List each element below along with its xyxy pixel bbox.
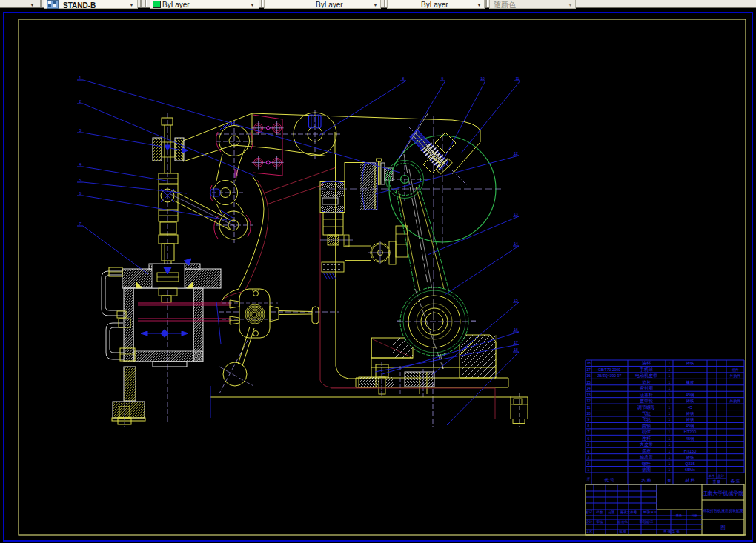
svg-text:1: 1 [669, 399, 671, 403]
svg-text:垫片: 垫片 [642, 380, 651, 385]
svg-text:5: 5 [588, 442, 590, 447]
svg-text:1: 1 [669, 462, 671, 466]
svg-text:65Mn: 65Mn [685, 467, 695, 472]
svg-text:1: 1 [669, 393, 671, 397]
svg-text:1: 1 [669, 424, 671, 428]
svg-text:活塞杆: 活塞杆 [640, 392, 653, 398]
svg-text:1: 1 [669, 405, 671, 410]
svg-text:序: 序 [587, 477, 591, 481]
svg-text:底座: 底座 [642, 448, 651, 453]
svg-text:标记: 标记 [586, 510, 594, 515]
svg-text:13: 13 [586, 393, 591, 397]
svg-text:标准化: 标准化 [617, 519, 628, 524]
svg-text:垫圈: 垫圈 [642, 467, 651, 473]
svg-text:皮带轮: 皮带轮 [640, 399, 653, 404]
svg-text:年月日: 年月日 [648, 510, 657, 514]
svg-text:45钢: 45钢 [686, 424, 694, 428]
svg-text:棉花打包机液压机装配图: 棉花打包机液压机装配图 [703, 508, 743, 513]
svg-text:飞轮: 飞轮 [642, 417, 651, 422]
svg-text:名 称: 名 称 [641, 478, 651, 483]
svg-text:数: 数 [668, 479, 672, 482]
svg-text:代 号: 代 号 [603, 478, 614, 482]
svg-text:共 张 第 张: 共 张 第 张 [663, 530, 680, 533]
svg-text:18: 18 [586, 361, 591, 365]
svg-text:手柄球: 手柄球 [639, 367, 653, 373]
svg-text:9: 9 [588, 417, 590, 422]
svg-text:45钢: 45钢 [686, 393, 694, 397]
svg-text:气缸: 气缸 [641, 410, 651, 416]
svg-text:1: 1 [669, 436, 671, 441]
svg-text:1: 1 [669, 442, 671, 447]
svg-text:1: 1 [669, 449, 671, 453]
svg-text:分区: 分区 [609, 510, 616, 514]
svg-text:铸铁: 铸铁 [686, 361, 695, 365]
svg-text:18: 18 [514, 347, 518, 352]
svg-text:Q235: Q235 [685, 462, 694, 466]
svg-text:铸铁: 铸铁 [686, 399, 695, 403]
svg-text:1: 1 [588, 467, 590, 472]
svg-text:批准: 批准 [619, 530, 627, 533]
svg-text:1: 1 [669, 361, 671, 365]
svg-text:图: 图 [721, 525, 726, 530]
svg-text:HT200: HT200 [684, 430, 697, 434]
svg-text:45: 45 [688, 405, 692, 410]
svg-text:1: 1 [669, 386, 671, 390]
svg-text:1: 1 [669, 455, 671, 459]
svg-text:11: 11 [586, 405, 590, 410]
svg-text:1: 1 [669, 467, 671, 472]
svg-text:大皮带: 大皮带 [640, 442, 653, 447]
svg-text:8: 8 [402, 76, 405, 81]
svg-text:油杯: 油杯 [642, 361, 651, 366]
svg-text:机体: 机体 [642, 430, 651, 434]
svg-text:1: 1 [669, 373, 671, 378]
svg-text:铸铁: 铸铁 [686, 411, 695, 416]
svg-text:曲轴: 曲轴 [642, 424, 651, 429]
svg-text:16: 16 [586, 373, 591, 378]
svg-text:审核: 审核 [597, 520, 604, 524]
svg-text:7: 7 [588, 430, 590, 434]
svg-text:9: 9 [442, 76, 444, 81]
svg-text:设计: 设计 [586, 519, 594, 524]
svg-text:6: 6 [588, 436, 590, 441]
svg-text:12: 12 [514, 151, 518, 156]
svg-text:7: 7 [79, 221, 82, 226]
svg-text:10: 10 [586, 411, 591, 416]
svg-text:橡胶: 橡胶 [686, 380, 695, 384]
svg-text:1: 1 [669, 411, 671, 416]
svg-text:密封圈: 密封圈 [640, 385, 653, 391]
svg-text:JB/ZQ4390-97: JB/ZQ4390-97 [597, 373, 622, 378]
svg-text:3: 3 [588, 455, 590, 459]
svg-text:电动机皮带: 电动机皮带 [635, 373, 657, 379]
svg-text:1: 1 [669, 430, 671, 434]
svg-text:单件: 单件 [709, 474, 716, 478]
svg-text:更改文件号: 更改文件号 [620, 510, 637, 514]
svg-text:处数: 处数 [597, 510, 604, 514]
svg-text:外购件: 外购件 [730, 373, 741, 379]
svg-text:8: 8 [588, 424, 590, 428]
svg-text:13: 13 [514, 212, 518, 216]
svg-text:备 注: 备 注 [731, 479, 740, 483]
svg-text:总计: 总计 [717, 474, 726, 478]
svg-text:外购件: 外购件 [730, 399, 741, 404]
svg-text:铸铁: 铸铁 [686, 455, 695, 459]
svg-text:HT150: HT150 [684, 449, 697, 453]
svg-text:11: 11 [515, 76, 519, 81]
svg-text:1: 1 [669, 417, 671, 422]
svg-text:材 料: 材 料 [684, 478, 695, 483]
svg-text:1: 1 [669, 380, 671, 384]
svg-text:比例: 比例 [692, 513, 697, 518]
svg-text:1: 1 [79, 76, 82, 80]
svg-text:16: 16 [514, 327, 518, 332]
svg-text:GB/T70-2000: GB/T70-2000 [598, 367, 620, 372]
svg-text:15: 15 [586, 380, 591, 384]
svg-text:轴承盖: 轴承盖 [640, 454, 653, 460]
svg-text:15: 15 [514, 298, 518, 302]
svg-text:阶段标记: 阶段标记 [640, 519, 654, 524]
svg-text:组件: 组件 [732, 367, 739, 372]
svg-text:螺栓: 螺栓 [642, 461, 651, 467]
svg-text:2: 2 [79, 99, 82, 104]
svg-text:17: 17 [514, 340, 518, 344]
svg-text:45钢: 45钢 [686, 436, 694, 441]
svg-text:12: 12 [586, 399, 591, 403]
svg-text:3: 3 [79, 128, 82, 133]
